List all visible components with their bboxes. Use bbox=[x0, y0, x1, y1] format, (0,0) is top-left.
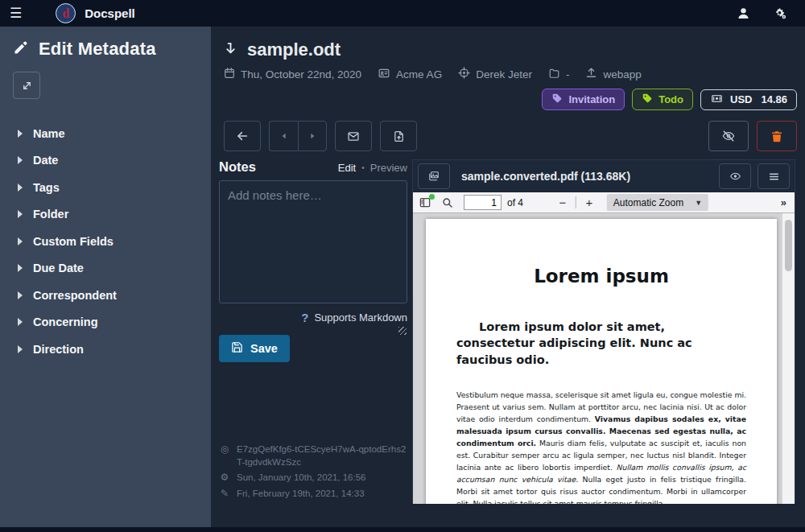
item-toolbar bbox=[211, 121, 805, 151]
id-card-icon bbox=[378, 68, 390, 81]
item-person: Derek Jeter bbox=[458, 67, 532, 81]
item-folder: - bbox=[548, 68, 570, 81]
save-button[interactable]: Save bbox=[219, 335, 290, 362]
pdf-zoom-out-button[interactable]: − bbox=[555, 196, 571, 209]
pdf-search-icon[interactable] bbox=[442, 197, 453, 208]
expand-all-button[interactable] bbox=[13, 72, 40, 99]
top-navbar: ☰ d Docspell bbox=[0, 0, 805, 27]
pencil-icon: ✎ bbox=[219, 487, 230, 501]
textarea-resize-handle[interactable] bbox=[398, 327, 407, 335]
pdf-page-number-input[interactable] bbox=[464, 195, 502, 210]
pdf-page-count: of 4 bbox=[507, 197, 523, 208]
caret-right-icon bbox=[18, 156, 23, 164]
sidebar-item-direction[interactable]: Direction bbox=[13, 336, 198, 363]
notes-textarea[interactable] bbox=[219, 180, 407, 303]
bullseye-icon: ◎ bbox=[219, 443, 230, 468]
user-icon[interactable] bbox=[737, 6, 750, 20]
pdfjs-toolbar: of 4 − + Automatic Zoom ▼ » bbox=[413, 192, 795, 213]
add-file-button[interactable] bbox=[380, 121, 417, 151]
item-created-row: ⚙ Sun, January 10th, 2021, 16:56 bbox=[219, 471, 409, 485]
tag-icon bbox=[551, 93, 563, 106]
pdf-sidebar-toggle-icon[interactable] bbox=[419, 196, 431, 208]
pdf-paragraph-1: Vestibulum neque massa, scelerisque sit … bbox=[456, 389, 746, 504]
pencil-icon bbox=[13, 39, 29, 59]
caret-right-icon bbox=[18, 291, 23, 299]
money-bill-icon bbox=[710, 93, 724, 106]
pdf-doc-subtitle: Lorem ipsum dolor sit amet, consectetur … bbox=[456, 319, 746, 368]
item-updated-row: ✎ Fri, February 19th, 2021, 14:33 bbox=[219, 487, 409, 501]
attachment-menu-bars-button[interactable] bbox=[758, 163, 790, 189]
pdf-more-tools-button[interactable]: » bbox=[781, 196, 786, 208]
notes-panel: Notes Edit • Preview ? Supports Markdown bbox=[211, 159, 412, 504]
save-floppy-icon bbox=[231, 341, 243, 356]
crosshair-icon bbox=[458, 67, 470, 81]
tag-todo[interactable]: Todo bbox=[632, 89, 693, 110]
item-source: webapp bbox=[585, 67, 641, 81]
notes-edit-tab[interactable]: Edit bbox=[338, 162, 356, 174]
dot-separator: • bbox=[361, 163, 365, 172]
caret-right-icon bbox=[18, 318, 23, 326]
pdf-zoom-select[interactable]: Automatic Zoom ▼ bbox=[607, 194, 708, 211]
caret-right-icon bbox=[18, 345, 23, 353]
markdown-hint[interactable]: Supports Markdown bbox=[314, 311, 407, 324]
caret-right-icon bbox=[18, 237, 23, 245]
item-id-row: ◎ E7zgQefKfg6-tCEScyeH7wA-qptodErhs2T-tg… bbox=[219, 443, 409, 468]
sidebar-item-folder[interactable]: Folder bbox=[13, 201, 198, 229]
arrow-down-icon bbox=[224, 40, 237, 60]
item-detail-panel: sample.odt Thu, October 22nd, 2020 Acme … bbox=[211, 27, 805, 532]
notification-dot bbox=[429, 194, 435, 200]
edit-metadata-sidebar: Edit Metadata Name Date Tags Folder Cust… bbox=[0, 27, 211, 532]
caret-right-icon bbox=[18, 210, 23, 218]
item-date: Thu, October 22nd, 2020 bbox=[224, 67, 361, 81]
caret-right-icon bbox=[18, 130, 23, 138]
sidebar-item-custom-fields[interactable]: Custom Fields bbox=[13, 228, 198, 255]
item-system-info: ◎ E7zgQefKfg6-tCEScyeH7wA-qptodErhs2T-tg… bbox=[219, 440, 409, 501]
attachment-pages-button[interactable] bbox=[418, 163, 450, 189]
sidebar-item-concerning[interactable]: Concerning bbox=[13, 309, 198, 336]
hamburger-menu-icon[interactable]: ☰ bbox=[0, 5, 31, 22]
settings-cogs-icon[interactable] bbox=[772, 6, 787, 20]
attachment-viewer: sample.converted.pdf (113.68K) bbox=[412, 159, 795, 504]
docspell-logo-icon[interactable]: d bbox=[56, 3, 76, 23]
sidebar-item-correspondent[interactable]: Correspondent bbox=[13, 282, 198, 309]
back-button[interactable] bbox=[224, 121, 261, 151]
attachment-view-eye-button[interactable] bbox=[719, 163, 751, 189]
chevron-down-icon: ▼ bbox=[695, 199, 702, 207]
pdf-scrollbar[interactable] bbox=[782, 213, 795, 504]
pdf-scrollbar-thumb[interactable] bbox=[785, 220, 792, 271]
question-icon: ? bbox=[301, 311, 308, 324]
item-correspondent: Acme AG bbox=[378, 68, 442, 81]
tag-icon bbox=[642, 93, 653, 106]
docspell-app: ☰ d Docspell Edit Metadata Name Date Tag… bbox=[0, 0, 805, 532]
sidebar-item-tags[interactable]: Tags bbox=[13, 174, 198, 201]
pdf-page-1: Lorem ipsum Lorem ipsum dolor sit amet, … bbox=[426, 219, 777, 504]
calendar-icon bbox=[224, 67, 235, 81]
mail-button[interactable] bbox=[335, 121, 372, 151]
next-item-button[interactable] bbox=[298, 121, 327, 151]
tag-invitation[interactable]: Invitation bbox=[542, 89, 625, 110]
prev-item-button[interactable] bbox=[269, 121, 298, 151]
custom-field-usd[interactable]: USD 14.86 bbox=[700, 89, 797, 110]
upload-icon bbox=[585, 67, 597, 81]
sidebar-item-date[interactable]: Date bbox=[13, 147, 198, 175]
pdf-doc-title: Lorem ipsum bbox=[456, 266, 746, 287]
attachment-header: sample.converted.pdf (113.68K) bbox=[413, 160, 795, 192]
app-title[interactable]: Docspell bbox=[85, 6, 135, 20]
sidebar-item-name[interactable]: Name bbox=[13, 120, 198, 147]
unconfirm-eye-slash-button[interactable] bbox=[708, 121, 749, 151]
attachment-filename: sample.converted.pdf (113.68K) bbox=[461, 170, 630, 183]
folder-icon bbox=[548, 68, 560, 81]
delete-trash-button[interactable] bbox=[757, 121, 797, 151]
tags-row: Invitation Todo USD 14.86 bbox=[224, 89, 797, 110]
notes-preview-tab[interactable]: Preview bbox=[370, 162, 407, 174]
bottom-edge-bar bbox=[0, 527, 805, 532]
caret-right-icon bbox=[18, 264, 23, 272]
gear-icon: ⚙ bbox=[219, 471, 230, 485]
pdf-viewport[interactable]: Lorem ipsum Lorem ipsum dolor sit amet, … bbox=[413, 213, 795, 504]
caret-right-icon bbox=[18, 184, 23, 192]
sidebar-item-due-date[interactable]: Due Date bbox=[13, 255, 198, 282]
sidebar-title: Edit Metadata bbox=[39, 39, 156, 60]
item-title: sample.odt bbox=[247, 39, 341, 60]
notes-heading: Notes bbox=[219, 159, 256, 175]
pdf-zoom-in-button[interactable]: + bbox=[581, 196, 597, 209]
